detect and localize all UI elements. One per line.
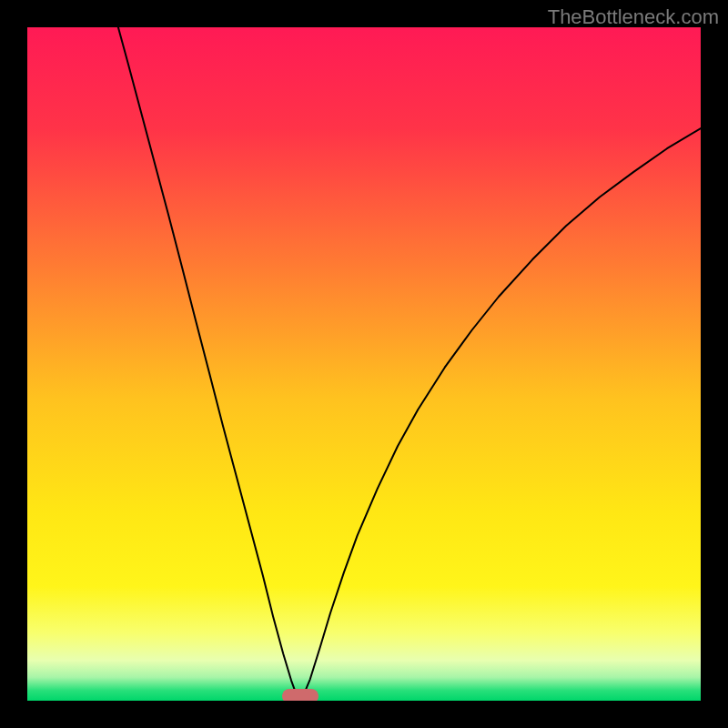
minimum-marker <box>282 689 318 701</box>
watermark-text: TheBottleneck.com <box>548 5 719 29</box>
background-gradient <box>27 27 701 701</box>
chart-frame: TheBottleneck.com <box>0 0 728 728</box>
svg-rect-0 <box>27 27 701 701</box>
plot-area <box>27 27 701 701</box>
